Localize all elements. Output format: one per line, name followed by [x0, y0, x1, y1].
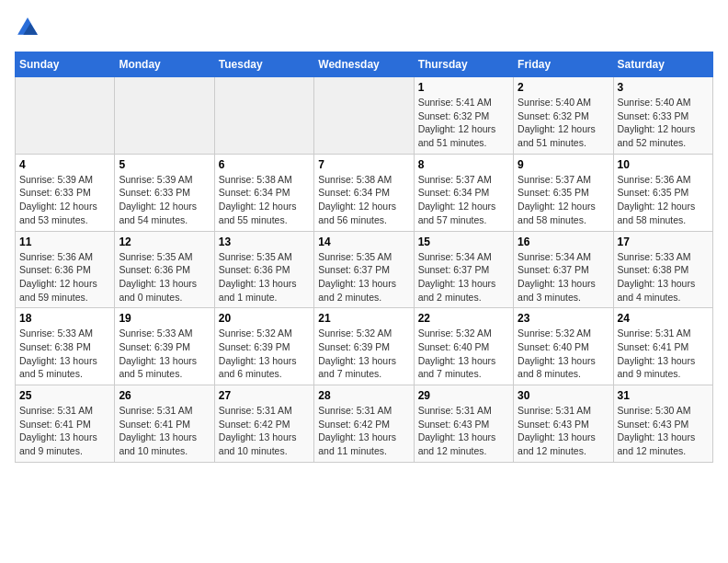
calendar-cell: 30Sunrise: 5:31 AMSunset: 6:43 PMDayligh… [514, 385, 613, 463]
page-header [15, 15, 713, 40]
calendar-cell: 15Sunrise: 5:34 AMSunset: 6:37 PMDayligh… [414, 231, 513, 308]
day-number: 3 [618, 81, 709, 94]
calendar-cell [214, 77, 313, 155]
calendar-header: SundayMondayTuesdayWednesdayThursdayFrid… [16, 52, 713, 77]
day-number: 5 [119, 158, 210, 171]
day-number: 14 [318, 236, 409, 248]
cell-content: Sunrise: 5:40 AMSunset: 6:33 PMDaylight:… [618, 96, 709, 150]
calendar-cell: 16Sunrise: 5:34 AMSunset: 6:37 PMDayligh… [514, 231, 613, 308]
day-number: 7 [318, 158, 409, 171]
day-number: 9 [518, 158, 609, 171]
calendar-cell: 23Sunrise: 5:32 AMSunset: 6:40 PMDayligh… [514, 308, 613, 385]
cell-content: Sunrise: 5:38 AMSunset: 6:34 PMDaylight:… [219, 173, 310, 227]
cell-content: Sunrise: 5:39 AMSunset: 6:33 PMDaylight:… [19, 173, 110, 227]
day-number: 21 [318, 312, 409, 325]
cell-content: Sunrise: 5:32 AMSunset: 6:39 PMDaylight:… [318, 327, 409, 381]
cell-content: Sunrise: 5:36 AMSunset: 6:35 PMDaylight:… [618, 173, 709, 227]
cell-content: Sunrise: 5:37 AMSunset: 6:34 PMDaylight:… [418, 173, 509, 227]
calendar-cell: 18Sunrise: 5:33 AMSunset: 6:38 PMDayligh… [16, 308, 115, 385]
calendar-cell: 6Sunrise: 5:38 AMSunset: 6:34 PMDaylight… [214, 154, 313, 231]
cell-content: Sunrise: 5:31 AMSunset: 6:41 PMDaylight:… [119, 404, 210, 458]
day-number: 25 [19, 389, 110, 402]
weekday-header: Tuesday [214, 52, 313, 77]
calendar-cell: 13Sunrise: 5:35 AMSunset: 6:36 PMDayligh… [214, 231, 313, 308]
calendar-cell: 12Sunrise: 5:35 AMSunset: 6:36 PMDayligh… [115, 231, 214, 308]
calendar-cell: 24Sunrise: 5:31 AMSunset: 6:41 PMDayligh… [613, 308, 712, 385]
calendar-cell: 3Sunrise: 5:40 AMSunset: 6:33 PMDaylight… [613, 77, 712, 155]
calendar-cell: 31Sunrise: 5:30 AMSunset: 6:43 PMDayligh… [613, 385, 712, 463]
cell-content: Sunrise: 5:36 AMSunset: 6:36 PMDaylight:… [19, 250, 110, 304]
cell-content: Sunrise: 5:31 AMSunset: 6:41 PMDaylight:… [618, 327, 709, 381]
cell-content: Sunrise: 5:31 AMSunset: 6:41 PMDaylight:… [19, 404, 110, 458]
day-number: 13 [219, 236, 310, 248]
calendar-cell: 26Sunrise: 5:31 AMSunset: 6:41 PMDayligh… [115, 385, 214, 463]
calendar-week: 4Sunrise: 5:39 AMSunset: 6:33 PMDaylight… [16, 154, 713, 231]
day-number: 10 [618, 158, 709, 171]
logo-icon [15, 15, 40, 40]
day-number: 12 [119, 236, 210, 248]
calendar-week: 25Sunrise: 5:31 AMSunset: 6:41 PMDayligh… [16, 385, 713, 463]
weekday-header: Monday [115, 52, 214, 77]
calendar-cell: 19Sunrise: 5:33 AMSunset: 6:39 PMDayligh… [115, 308, 214, 385]
calendar-cell: 25Sunrise: 5:31 AMSunset: 6:41 PMDayligh… [16, 385, 115, 463]
calendar-cell: 29Sunrise: 5:31 AMSunset: 6:43 PMDayligh… [414, 385, 513, 463]
cell-content: Sunrise: 5:35 AMSunset: 6:36 PMDaylight:… [219, 250, 310, 304]
cell-content: Sunrise: 5:40 AMSunset: 6:32 PMDaylight:… [518, 96, 609, 150]
calendar-cell: 14Sunrise: 5:35 AMSunset: 6:37 PMDayligh… [314, 231, 414, 308]
cell-content: Sunrise: 5:39 AMSunset: 6:33 PMDaylight:… [119, 173, 210, 227]
cell-content: Sunrise: 5:32 AMSunset: 6:40 PMDaylight:… [418, 327, 509, 381]
cell-content: Sunrise: 5:32 AMSunset: 6:39 PMDaylight:… [219, 327, 310, 381]
cell-content: Sunrise: 5:33 AMSunset: 6:38 PMDaylight:… [19, 327, 110, 381]
calendar-cell: 20Sunrise: 5:32 AMSunset: 6:39 PMDayligh… [214, 308, 313, 385]
day-number: 8 [418, 158, 509, 171]
calendar-cell: 5Sunrise: 5:39 AMSunset: 6:33 PMDaylight… [115, 154, 214, 231]
day-number: 11 [19, 236, 110, 248]
day-number: 1 [418, 81, 509, 94]
day-number: 18 [19, 312, 110, 325]
weekday-header: Wednesday [314, 52, 414, 77]
calendar-week: 18Sunrise: 5:33 AMSunset: 6:38 PMDayligh… [16, 308, 713, 385]
cell-content: Sunrise: 5:33 AMSunset: 6:39 PMDaylight:… [119, 327, 210, 381]
day-number: 6 [219, 158, 310, 171]
day-number: 29 [418, 389, 509, 402]
calendar-cell: 2Sunrise: 5:40 AMSunset: 6:32 PMDaylight… [514, 77, 613, 155]
weekday-header: Sunday [16, 52, 115, 77]
calendar-table: SundayMondayTuesdayWednesdayThursdayFrid… [15, 52, 713, 463]
cell-content: Sunrise: 5:31 AMSunset: 6:43 PMDaylight:… [418, 404, 509, 458]
cell-content: Sunrise: 5:35 AMSunset: 6:36 PMDaylight:… [119, 250, 210, 304]
calendar-cell [314, 77, 414, 155]
day-number: 31 [618, 389, 709, 402]
weekday-header: Thursday [414, 52, 513, 77]
calendar-cell: 17Sunrise: 5:33 AMSunset: 6:38 PMDayligh… [613, 231, 712, 308]
cell-content: Sunrise: 5:30 AMSunset: 6:43 PMDaylight:… [618, 404, 709, 458]
cell-content: Sunrise: 5:38 AMSunset: 6:34 PMDaylight:… [318, 173, 409, 227]
calendar-cell: 4Sunrise: 5:39 AMSunset: 6:33 PMDaylight… [16, 154, 115, 231]
day-number: 20 [219, 312, 310, 325]
calendar-cell: 28Sunrise: 5:31 AMSunset: 6:42 PMDayligh… [314, 385, 414, 463]
calendar-cell: 8Sunrise: 5:37 AMSunset: 6:34 PMDaylight… [414, 154, 513, 231]
day-number: 19 [119, 312, 210, 325]
calendar-cell: 7Sunrise: 5:38 AMSunset: 6:34 PMDaylight… [314, 154, 414, 231]
calendar-week: 11Sunrise: 5:36 AMSunset: 6:36 PMDayligh… [16, 231, 713, 308]
weekday-header: Friday [514, 52, 613, 77]
cell-content: Sunrise: 5:34 AMSunset: 6:37 PMDaylight:… [418, 250, 509, 304]
logo [15, 15, 44, 40]
day-number: 15 [418, 236, 509, 248]
calendar-cell: 21Sunrise: 5:32 AMSunset: 6:39 PMDayligh… [314, 308, 414, 385]
calendar-cell: 10Sunrise: 5:36 AMSunset: 6:35 PMDayligh… [613, 154, 712, 231]
day-number: 23 [518, 312, 609, 325]
day-number: 26 [119, 389, 210, 402]
calendar-cell [115, 77, 214, 155]
calendar-cell [16, 77, 115, 155]
day-number: 16 [518, 236, 609, 248]
calendar-cell: 9Sunrise: 5:37 AMSunset: 6:35 PMDaylight… [514, 154, 613, 231]
cell-content: Sunrise: 5:31 AMSunset: 6:42 PMDaylight:… [219, 404, 310, 458]
cell-content: Sunrise: 5:31 AMSunset: 6:43 PMDaylight:… [518, 404, 609, 458]
cell-content: Sunrise: 5:34 AMSunset: 6:37 PMDaylight:… [518, 250, 609, 304]
day-number: 27 [219, 389, 310, 402]
cell-content: Sunrise: 5:32 AMSunset: 6:40 PMDaylight:… [518, 327, 609, 381]
day-number: 22 [418, 312, 509, 325]
cell-content: Sunrise: 5:31 AMSunset: 6:42 PMDaylight:… [318, 404, 409, 458]
day-number: 17 [618, 236, 709, 248]
cell-content: Sunrise: 5:33 AMSunset: 6:38 PMDaylight:… [618, 250, 709, 304]
